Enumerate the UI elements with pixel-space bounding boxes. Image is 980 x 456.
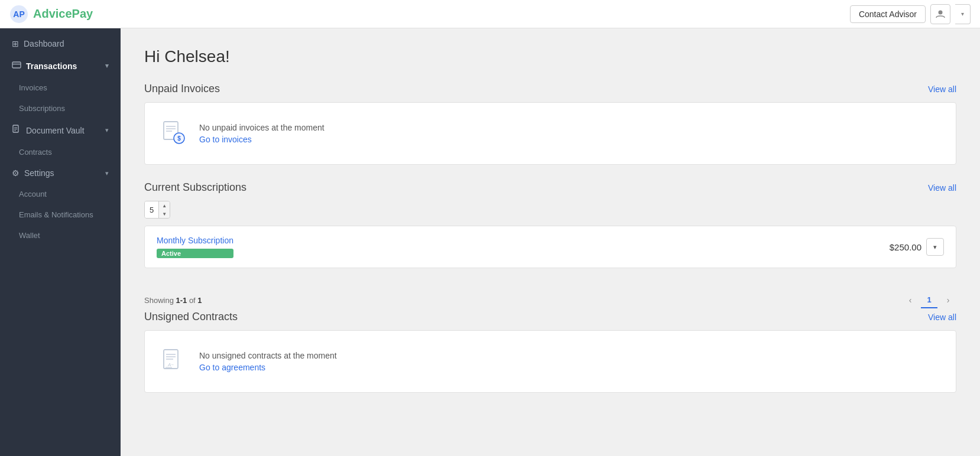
unpaid-invoices-empty-message: No unpaid invoices at the moment (199, 123, 324, 132)
dashboard-icon: ⊞ (12, 39, 19, 48)
unsigned-contracts-title: Unsigned Contracts (144, 311, 238, 323)
subscriptions-pagination: Showing 1-1 of 1 ‹ 1 › (144, 285, 956, 311)
sidebar-item-settings[interactable]: ⚙ Settings ▾ (0, 162, 121, 184)
user-dropdown-button[interactable]: ▾ (955, 4, 971, 24)
unsigned-contracts-empty-message: No unsigned contracts at the moment (199, 351, 337, 360)
unsigned-contracts-section: Unsigned Contracts View all A~ (144, 311, 956, 393)
sidebar-label-transactions: Transactions (26, 61, 77, 71)
sidebar-item-document-vault[interactable]: Document Vault ▾ (0, 119, 121, 142)
subscription-left: Monthly Subscription Active (157, 236, 233, 258)
invoice-icon: $ (159, 119, 187, 148)
unpaid-invoices-card: $ No unpaid invoices at the moment Go to… (144, 102, 956, 165)
unsigned-contracts-view-all[interactable]: View all (928, 312, 956, 322)
sidebar-item-invoices[interactable]: Invoices (0, 77, 121, 98)
contract-icon: A~ (159, 347, 187, 376)
document-vault-icon (12, 125, 21, 136)
subscriptions-card: Monthly Subscription Active $250.00 ▾ (144, 226, 956, 268)
prev-page-button[interactable]: ‹ (902, 292, 919, 308)
unsigned-contracts-header: Unsigned Contracts View all (144, 311, 956, 323)
unpaid-invoices-title: Unpaid Invoices (144, 83, 220, 95)
sidebar-label-subscriptions: Subscriptions (19, 104, 65, 113)
subscriptions-controls: 5 ▲ ▼ (144, 201, 956, 219)
sidebar-item-wallet[interactable]: Wallet (0, 225, 121, 246)
chevron-down-icon: ▾ (933, 243, 937, 251)
sidebar-item-account[interactable]: Account (0, 184, 121, 204)
showing-text: Showing 1-1 of 1 (144, 296, 202, 305)
logo: AP AdvicePay (9, 5, 93, 24)
page-greeting: Hi Chelsea! (144, 47, 956, 66)
next-page-button[interactable]: › (940, 292, 956, 308)
per-page-arrows[interactable]: ▲ ▼ (159, 201, 170, 218)
current-subscriptions-section: Current Subscriptions View all 5 ▲ ▼ Mon… (144, 181, 956, 311)
chevron-icon: ▾ (105, 62, 109, 70)
go-to-invoices-link[interactable]: Go to invoices (199, 135, 324, 144)
page-controls: ‹ 1 › (902, 292, 956, 308)
sidebar-label-emails-notifications: Emails & Notifications (19, 210, 93, 219)
current-subscriptions-title: Current Subscriptions (144, 181, 246, 194)
unsigned-contracts-card: A~ No unsigned contracts at the moment G… (144, 330, 956, 393)
logo-icon: AP (9, 5, 28, 24)
sidebar-label-wallet: Wallet (19, 231, 40, 240)
sidebar-item-transactions[interactable]: Transactions ▾ (0, 54, 121, 77)
sidebar-label-document-vault: Document Vault (26, 126, 85, 135)
chevron-icon-settings: ▾ (105, 170, 109, 177)
unpaid-invoices-header: Unpaid Invoices View all (144, 83, 956, 95)
unpaid-invoices-view-all[interactable]: View all (928, 84, 956, 94)
chevron-down-icon: ▾ (961, 11, 964, 17)
sidebar-item-dashboard[interactable]: ⊞ Dashboard (0, 33, 121, 54)
topnav: AP AdvicePay Contact Advisor ▾ (0, 0, 980, 28)
showing-total: 1 (197, 296, 202, 305)
sidebar-label-invoices: Invoices (19, 83, 47, 92)
unsigned-contracts-empty-text: No unsigned contracts at the moment Go t… (199, 351, 337, 372)
svg-point-2 (939, 10, 943, 14)
subscription-amount: $250.00 (890, 242, 921, 252)
current-page: 1 (921, 292, 937, 308)
chevron-icon-vault: ▾ (105, 126, 109, 134)
subscription-action-button[interactable]: ▾ (926, 238, 944, 256)
per-page-up-icon[interactable]: ▲ (159, 201, 170, 210)
app-body: ⊞ Dashboard Transactions ▾ Invoices Subs… (0, 28, 980, 456)
subscription-row: Monthly Subscription Active $250.00 ▾ (145, 226, 956, 268)
go-to-agreements-link[interactable]: Go to agreements (199, 363, 337, 372)
sidebar: ⊞ Dashboard Transactions ▾ Invoices Subs… (0, 28, 121, 456)
logo-text: AdvicePay (33, 7, 93, 21)
contact-advisor-button[interactable]: Contact Advisor (850, 5, 926, 23)
unsigned-contracts-empty: A~ No unsigned contracts at the moment G… (145, 331, 956, 392)
per-page-select[interactable]: 5 ▲ ▼ (144, 201, 170, 219)
main-content: Hi Chelsea! Unpaid Invoices View all (121, 28, 980, 456)
subscription-right: $250.00 ▾ (890, 238, 944, 256)
subscriptions-view-all[interactable]: View all (928, 183, 956, 193)
svg-text:A~: A~ (167, 362, 174, 367)
topnav-right: Contact Advisor ▾ (850, 4, 971, 24)
subscription-name[interactable]: Monthly Subscription (157, 236, 233, 245)
transactions-icon (12, 60, 21, 71)
sidebar-item-contracts[interactable]: Contracts (0, 142, 121, 162)
sidebar-item-label: Dashboard (24, 39, 64, 48)
user-menu-button[interactable] (930, 4, 950, 24)
settings-icon: ⚙ (12, 168, 20, 178)
unpaid-invoices-section: Unpaid Invoices View all $ (144, 83, 956, 165)
subscription-status-badge: Active (157, 249, 233, 258)
current-subscriptions-header: Current Subscriptions View all (144, 181, 956, 194)
unpaid-invoices-empty-text: No unpaid invoices at the moment Go to i… (199, 123, 324, 144)
svg-rect-3 (12, 62, 21, 68)
sidebar-label-settings: Settings (24, 168, 54, 178)
showing-range: 1-1 (176, 296, 187, 305)
svg-text:AP: AP (13, 9, 24, 19)
user-icon (936, 9, 945, 19)
sidebar-item-subscriptions[interactable]: Subscriptions (0, 98, 121, 119)
per-page-down-icon[interactable]: ▼ (159, 210, 170, 218)
sidebar-label-contracts: Contracts (19, 148, 52, 157)
sidebar-item-emails-notifications[interactable]: Emails & Notifications (0, 204, 121, 225)
per-page-value: 5 (145, 201, 159, 218)
svg-text:$: $ (177, 135, 181, 142)
sidebar-label-account: Account (19, 190, 47, 198)
unpaid-invoices-empty: $ No unpaid invoices at the moment Go to… (145, 103, 956, 164)
